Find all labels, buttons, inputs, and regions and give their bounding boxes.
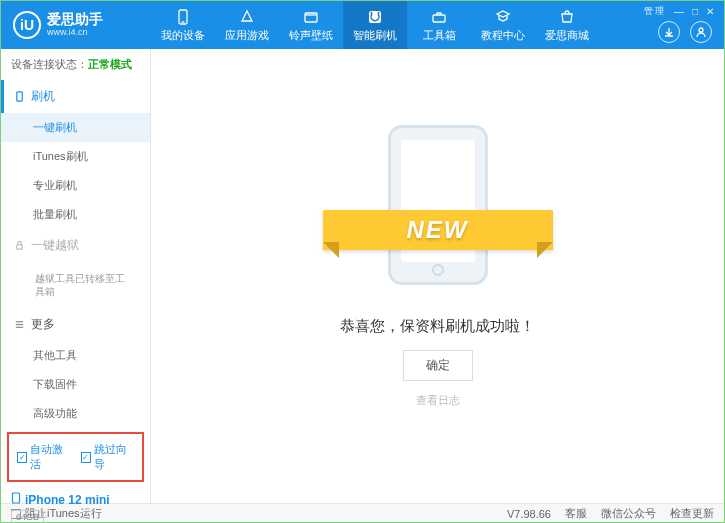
status-mode: 正常模式 [88, 58, 132, 70]
phone-illustration [388, 125, 488, 285]
logo-icon: iU [13, 11, 41, 39]
nav-tutorials[interactable]: 教程中心 [471, 1, 535, 49]
svg-point-5 [699, 28, 703, 32]
device-phone-icon [11, 492, 21, 507]
sidebar-item-itunes-flash[interactable]: iTunes刷机 [1, 142, 150, 171]
nav-label: 教程中心 [481, 28, 525, 43]
nav-toolbox[interactable]: 工具箱 [407, 1, 471, 49]
tutorial-icon [494, 8, 512, 26]
sidebar-item-pro-flash[interactable]: 专业刷机 [1, 171, 150, 200]
nav-label: 我的设备 [161, 28, 205, 43]
phone-icon [13, 91, 25, 103]
section-jailbreak: 一键越狱 [1, 229, 150, 262]
flash-icon [366, 8, 384, 26]
section-more[interactable]: 更多 [1, 308, 150, 341]
lock-icon [13, 240, 25, 252]
nav-label: 铃声壁纸 [289, 28, 333, 43]
nav-label: 应用游戏 [225, 28, 269, 43]
device-storage-badge: 64GB [11, 510, 44, 523]
sidebar: 设备连接状态：正常模式 刷机 一键刷机 iTunes刷机 专业刷机 批量刷机 一… [1, 49, 151, 503]
sidebar-item-oneclick-flash[interactable]: 一键刷机 [1, 113, 150, 142]
wallet-icon [302, 8, 320, 26]
svg-rect-4 [433, 15, 445, 22]
jailbreak-note: 越狱工具已转移至工具箱 [29, 266, 138, 304]
header-circle-buttons [658, 21, 712, 43]
view-log-link[interactable]: 查看日志 [416, 393, 460, 408]
title-bar: iU 爱思助手 www.i4.cn 我的设备 应用游戏 铃声壁纸 智能刷机 工具… [1, 1, 724, 49]
main-nav: 我的设备 应用游戏 铃声壁纸 智能刷机 工具箱 教程中心 爱思商城 [151, 1, 599, 49]
sidebar-item-advanced[interactable]: 高级功能 [1, 399, 150, 428]
success-message: 恭喜您，保资料刷机成功啦！ [340, 317, 535, 336]
close-button[interactable]: ✕ [706, 6, 714, 17]
toolbox-icon [430, 8, 448, 26]
nav-ringtone-wallpaper[interactable]: 铃声壁纸 [279, 1, 343, 49]
connected-device[interactable]: iPhone 12 mini 64GB Down-12mini-13,1 [1, 486, 150, 523]
sidebar-item-other-tools[interactable]: 其他工具 [1, 341, 150, 370]
nav-apps-games[interactable]: 应用游戏 [215, 1, 279, 49]
user-icon[interactable] [690, 21, 712, 43]
checkbox-skip-guide[interactable]: ✓跳过向导 [81, 442, 135, 472]
app-url: www.i4.cn [47, 28, 103, 38]
sidebar-item-download-firmware[interactable]: 下载固件 [1, 370, 150, 399]
support-link[interactable]: 客服 [565, 506, 587, 521]
store-icon [558, 8, 576, 26]
device-icon [174, 8, 192, 26]
sidebar-item-batch-flash[interactable]: 批量刷机 [1, 200, 150, 229]
tabs-label[interactable]: 管理 [644, 5, 666, 18]
logo: iU 爱思助手 www.i4.cn [1, 11, 151, 39]
check-update-link[interactable]: 检查更新 [670, 506, 714, 521]
nav-label: 爱思商城 [545, 28, 589, 43]
success-illustration: NEW [338, 115, 538, 295]
menu-icon [13, 319, 25, 331]
device-name-label: iPhone 12 mini [25, 493, 110, 507]
svg-rect-11 [13, 493, 20, 503]
checkbox-auto-activate[interactable]: ✓自动激活 [17, 442, 71, 472]
nav-label: 智能刷机 [353, 28, 397, 43]
minimize-button[interactable]: — [674, 6, 684, 17]
wechat-link[interactable]: 微信公众号 [601, 506, 656, 521]
nav-label: 工具箱 [423, 28, 456, 43]
section-label: 一键越狱 [31, 237, 79, 254]
device-status: 设备连接状态：正常模式 [1, 49, 150, 80]
section-label: 刷机 [31, 88, 55, 105]
version-label: V7.98.66 [507, 508, 551, 520]
window-controls: 管理 — □ ✕ [644, 5, 714, 18]
section-flash[interactable]: 刷机 [1, 80, 150, 113]
download-icon[interactable] [658, 21, 680, 43]
content-area: NEW 恭喜您，保资料刷机成功啦！ 确定 查看日志 [151, 49, 724, 503]
nav-my-device[interactable]: 我的设备 [151, 1, 215, 49]
new-ribbon: NEW [323, 210, 553, 250]
apps-icon [238, 8, 256, 26]
svg-rect-7 [16, 245, 22, 250]
app-name: 爱思助手 [47, 12, 103, 27]
status-label: 设备连接状态： [11, 58, 88, 70]
checkbox-label: 跳过向导 [94, 442, 134, 472]
checkbox-label: 自动激活 [30, 442, 70, 472]
svg-rect-6 [16, 92, 22, 101]
maximize-button[interactable]: □ [692, 6, 698, 17]
nav-smart-flash[interactable]: 智能刷机 [343, 1, 407, 49]
section-label: 更多 [31, 316, 55, 333]
ok-button[interactable]: 确定 [403, 350, 473, 381]
nav-store[interactable]: 爱思商城 [535, 1, 599, 49]
highlighted-checkbox-row: ✓自动激活 ✓跳过向导 [7, 432, 144, 482]
